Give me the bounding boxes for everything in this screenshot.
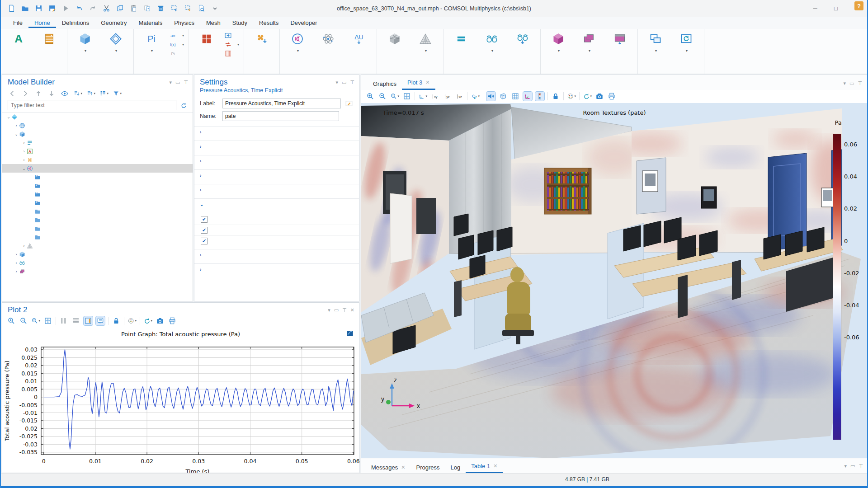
ribbon-item-mesh[interactable]: ▾ <box>410 31 440 66</box>
ribbon-item-acoustics[interactable]: ▾ <box>283 31 312 66</box>
tab-messages[interactable]: Messages✕ <box>366 461 410 474</box>
tree-item-results[interactable]: › <box>2 267 193 276</box>
find-icon[interactable] <box>195 3 207 14</box>
ribbon-item-component[interactable]: ▾ <box>70 31 100 66</box>
expand-arrow-icon[interactable]: › <box>14 123 19 128</box>
section-header[interactable]: › <box>194 127 359 138</box>
graphics-grid-icon[interactable] <box>511 92 520 101</box>
ribbon-item-room-textures[interactable]: ▾ <box>543 31 573 66</box>
cut-icon[interactable] <box>100 3 112 14</box>
close-tab-icon[interactable]: ✕ <box>493 463 497 469</box>
ribbon-item-add-component[interactable]: ▾ <box>101 31 131 66</box>
run-icon[interactable] <box>60 3 71 14</box>
menu-tab-developer[interactable]: Developer <box>284 18 323 28</box>
tree-item-sound-hard-boundary-wall-1[interactable]: D <box>2 181 193 190</box>
redo-icon[interactable] <box>87 3 99 14</box>
name-field[interactable] <box>222 111 339 121</box>
close-tab-icon[interactable]: ✕ <box>401 465 405 470</box>
tab-plot-3[interactable]: Plot 3✕ <box>402 76 435 90</box>
graphics-view-xz-icon[interactable]: xz <box>455 92 464 101</box>
tree-item-pressure-acoustics-time-explicit[interactable]: ⌄ <box>2 164 193 173</box>
graphics-refresh-icon[interactable]: ▾ <box>583 92 592 101</box>
select-box-icon[interactable] <box>168 3 180 14</box>
graphics-perspective-icon[interactable] <box>499 92 508 101</box>
mb-filter-icon[interactable]: ▾ <box>113 89 122 98</box>
ribbon-item-compute[interactable] <box>446 31 476 66</box>
section-header[interactable]: › <box>194 264 359 275</box>
checkbox[interactable]: ✔ <box>201 216 208 223</box>
graphics-zoom-out-icon[interactable] <box>378 92 387 101</box>
tree-item-component-2[interactable]: › <box>2 250 193 258</box>
graphics-fit-icon[interactable] <box>402 92 411 101</box>
ribbon-item-build-mesh[interactable] <box>380 31 410 66</box>
checkbox[interactable]: ✔ <box>201 227 208 234</box>
plot2-x-grid-icon[interactable] <box>59 316 68 325</box>
mb-expand-icon[interactable]: ▾ <box>73 89 82 98</box>
tree-item-definitions[interactable]: › <box>2 138 193 147</box>
tab-progress[interactable]: Progress <box>410 461 445 474</box>
section-header[interactable]: › <box>194 141 359 152</box>
plot2-zoom-box-icon[interactable]: ▾ <box>31 316 40 325</box>
tree-item-materials[interactable]: › <box>2 155 193 164</box>
label-field[interactable] <box>222 99 341 108</box>
ribbon-item-atom[interactable] <box>313 31 343 66</box>
plot2-fit-icon[interactable] <box>43 316 52 325</box>
panel-controls[interactable]: ▾▭⊤ <box>335 80 354 85</box>
plot2-refresh-icon[interactable]: ▾ <box>143 316 152 325</box>
collapse-arrow-icon[interactable]: ⌄ <box>14 132 19 136</box>
tab-graphics[interactable]: Graphics <box>368 78 402 90</box>
graphics-zoom-in-icon[interactable] <box>366 92 375 101</box>
graphics-lock-icon[interactable] <box>551 92 560 101</box>
customize-icon[interactable] <box>209 3 221 14</box>
graphics-view-xy-icon[interactable]: xy <box>430 92 439 101</box>
checkbox[interactable]: ✔ <box>201 238 208 244</box>
ribbon-item-variables[interactable]: a=▾ <box>169 32 184 39</box>
menu-tab-mesh[interactable]: Mesh <box>200 18 226 28</box>
expand-arrow-icon[interactable]: › <box>14 252 19 257</box>
ribbon-item-add-material[interactable] <box>247 31 277 66</box>
section-header[interactable]: › <box>194 170 359 181</box>
section-header[interactable]: › <box>194 249 359 261</box>
plot2-zoom-in-icon[interactable] <box>7 316 16 325</box>
panel-controls[interactable]: ▾▭⊤ <box>843 80 862 86</box>
refresh-filter-icon[interactable] <box>179 101 188 110</box>
ribbon-item-app-builder[interactable]: A <box>4 31 33 66</box>
brush-select-icon[interactable] <box>182 3 193 14</box>
ribbon-item-functions[interactable]: f(x)▾ <box>169 41 184 48</box>
ribbon-item-pi[interactable]: Pi ▾ <box>137 31 166 66</box>
tree-item-impedance-2-doors[interactable] <box>2 216 193 224</box>
mb-eye-icon[interactable] <box>60 89 69 98</box>
section-header[interactable]: › <box>194 184 359 196</box>
help-icon[interactable]: ? <box>854 1 863 10</box>
tree-item-study-1[interactable]: › <box>2 258 193 267</box>
mb-arr-down-icon[interactable] <box>47 89 56 98</box>
ribbon-item-import[interactable] <box>224 32 239 39</box>
plot2-legend-icon[interactable] <box>96 316 105 325</box>
menu-tab-results[interactable]: Results <box>253 18 284 28</box>
tree-item-geometry-1[interactable]: ›A <box>2 147 193 155</box>
plot2-print-icon[interactable] <box>168 316 177 325</box>
graphics-go-to-view-icon[interactable]: ▾ <box>418 92 427 101</box>
ribbon-item-study[interactable]: ▾ <box>477 31 507 66</box>
mb-arr-right-icon[interactable] <box>21 89 30 98</box>
tree-item-component-1[interactable]: ⌄ <box>2 130 193 138</box>
ribbon-item-add-study[interactable] <box>508 31 538 66</box>
expand-arrow-icon[interactable]: › <box>14 269 19 274</box>
maximize-icon[interactable]: □ <box>826 0 846 17</box>
graphics-rotate-icon[interactable]: ▾ <box>471 92 480 101</box>
plot2-y-grid-icon[interactable] <box>71 316 80 325</box>
tree-item-global-definitions[interactable]: › <box>2 121 193 130</box>
menu-tab-geometry[interactable]: Geometry <box>95 18 132 28</box>
tree-item-office-space-63-30t0-n4-ma-out-mph[interactable]: ⌄ <box>2 113 193 121</box>
graphics-print-icon[interactable] <box>607 92 616 101</box>
graphics-sound-icon[interactable] <box>486 92 495 101</box>
undo-icon[interactable] <box>73 3 85 14</box>
mb-arr-left-icon[interactable] <box>8 89 17 98</box>
menu-tab-file[interactable]: File <box>7 18 28 28</box>
panel-controls[interactable]: ▾▭⊤✕ <box>328 307 354 313</box>
graphics-view-yz-icon[interactable]: yz <box>443 92 452 101</box>
tree-filter-input[interactable] <box>8 100 176 110</box>
expand-arrow-icon[interactable]: › <box>21 158 27 162</box>
panel-controls[interactable]: ▾▭⊤ <box>169 80 188 85</box>
plot2-zoom-out-icon[interactable] <box>19 316 28 325</box>
